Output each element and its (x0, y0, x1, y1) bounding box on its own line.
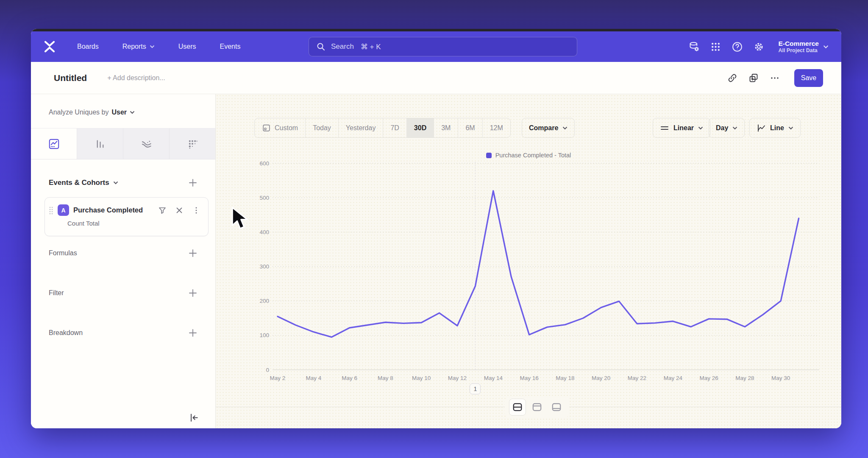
svg-text:May 14: May 14 (484, 375, 503, 381)
data-management-icon[interactable] (688, 41, 700, 53)
add-event-button[interactable] (188, 178, 198, 187)
svg-text:May 18: May 18 (556, 375, 574, 381)
add-breakdown-button[interactable] (188, 328, 198, 338)
nav-right-group: E-Commerce All Project Data (688, 39, 829, 54)
range-today[interactable]: Today (306, 118, 339, 137)
nav-item-label: Boards (77, 43, 99, 50)
date-range-selector: Custom Today Yesterday 7D 30D 3M 6M 12M (254, 118, 511, 138)
drag-handle[interactable] (48, 206, 54, 215)
svg-text:200: 200 (259, 298, 269, 304)
remove-event-icon[interactable] (175, 206, 184, 215)
line-chart-tab-icon (48, 138, 60, 150)
chevron-down-icon (562, 126, 568, 130)
nav-item-reports[interactable]: Reports (122, 43, 155, 50)
top-nav: Boards Reports Users Events Search ⌘ + K (31, 31, 841, 62)
range-label: 12M (490, 124, 503, 132)
event-name[interactable]: Purchase Completed (73, 206, 143, 214)
chevron-down-icon (150, 45, 155, 48)
layout-table-view-button[interactable] (548, 399, 565, 416)
svg-text:600: 600 (259, 160, 269, 167)
report-header: Untitled + Add description... Save (31, 62, 841, 94)
interval-label: Day (716, 124, 728, 132)
nav-item-label: Users (178, 43, 196, 50)
range-label: 6M (465, 124, 475, 132)
flows-tab-icon (141, 138, 152, 150)
app-window: Boards Reports Users Events Search ⌘ + K (31, 29, 841, 428)
tab-funnels[interactable] (77, 128, 123, 159)
add-description-placeholder[interactable]: + Add description... (107, 74, 165, 82)
nav-item-label: Reports (122, 43, 146, 50)
analyze-entity-dropdown[interactable]: User (111, 109, 127, 116)
filter-label: Filter (49, 289, 64, 297)
range-12m[interactable]: 12M (483, 118, 510, 137)
mixpanel-logo-icon[interactable] (42, 39, 57, 54)
scale-label: Linear (673, 124, 694, 132)
tab-insights[interactable] (31, 128, 77, 159)
annotation-marker[interactable]: 1 (470, 383, 481, 394)
layout-chart-view-button[interactable] (529, 399, 545, 416)
filter-funnel-icon[interactable] (158, 206, 167, 215)
breakdown-label: Breakdown (49, 329, 83, 337)
tab-retention[interactable] (170, 128, 215, 159)
formulas-label: Formulas (49, 249, 77, 257)
event-aggregation[interactable]: Count Total (45, 220, 208, 227)
range-30d-selected[interactable]: 30D (407, 118, 434, 137)
formulas-section: Formulas (49, 249, 198, 258)
event-more-options-icon[interactable] (192, 206, 200, 215)
breakdown-section: Breakdown (49, 328, 198, 338)
event-card[interactable]: A Purchase Completed Count T (45, 197, 209, 236)
events-cohorts-title[interactable]: Events & Cohorts (49, 179, 118, 187)
range-6m[interactable]: 6M (458, 118, 482, 137)
copy-link-icon[interactable] (727, 73, 737, 83)
org-switcher[interactable]: E-Commerce All Project Data (778, 39, 829, 54)
range-label: 3M (441, 124, 451, 132)
range-label: 7D (390, 124, 399, 132)
svg-text:May 28: May 28 (735, 375, 754, 381)
collapse-sidebar-icon[interactable] (188, 412, 199, 423)
range-yesterday[interactable]: Yesterday (339, 118, 384, 137)
more-options-icon[interactable] (770, 73, 780, 83)
nav-item-boards[interactable]: Boards (77, 43, 99, 50)
duplicate-icon[interactable] (748, 73, 759, 83)
chart-type-dropdown[interactable]: Line (749, 118, 801, 138)
legend-swatch (486, 153, 492, 158)
analyze-uniques-row: Analyze Uniques by User (49, 109, 135, 116)
mouse-cursor (231, 207, 250, 233)
scale-dropdown[interactable]: Linear (653, 118, 710, 138)
nav-item-events[interactable]: Events (220, 43, 241, 50)
svg-text:500: 500 (259, 195, 269, 201)
analyze-label: Analyze Uniques by (49, 109, 108, 116)
chevron-down-icon (113, 181, 118, 184)
svg-text:300: 300 (259, 263, 269, 270)
svg-text:May 2: May 2 (270, 375, 286, 381)
settings-gear-icon[interactable] (753, 41, 765, 53)
filter-section: Filter (49, 288, 198, 298)
range-label: Custom (275, 124, 298, 132)
line-chart[interactable]: 0100200300400500600May 2May 4May 6May 8M… (216, 158, 841, 389)
org-name: E-Commerce (778, 39, 819, 47)
layout-split-view-button[interactable] (509, 399, 526, 416)
nav-item-users[interactable]: Users (178, 43, 196, 50)
search-placeholder: Search (331, 42, 354, 51)
svg-text:May 16: May 16 (520, 375, 538, 381)
svg-text:100: 100 (259, 332, 269, 338)
tab-flows[interactable] (123, 128, 170, 159)
add-formula-button[interactable] (188, 249, 198, 258)
range-custom[interactable]: Custom (255, 118, 306, 137)
apps-grid-icon[interactable] (710, 41, 721, 53)
svg-text:May 12: May 12 (448, 375, 467, 381)
add-filter-button[interactable] (188, 288, 198, 298)
range-3m[interactable]: 3M (434, 118, 458, 137)
interval-dropdown[interactable]: Day (709, 118, 745, 138)
compare-dropdown[interactable]: Compare (522, 118, 575, 138)
save-button[interactable]: Save (794, 69, 823, 87)
search-input[interactable]: Search ⌘ + K (309, 37, 577, 56)
help-icon[interactable] (732, 41, 743, 53)
chevron-down-icon (788, 126, 793, 130)
range-7d[interactable]: 7D (383, 118, 406, 137)
range-label: Yesterday (346, 124, 376, 132)
range-label: Today (313, 124, 331, 132)
query-sidebar: Analyze Uniques by User (31, 94, 216, 428)
compare-label: Compare (529, 124, 558, 132)
report-title[interactable]: Untitled (54, 73, 87, 83)
